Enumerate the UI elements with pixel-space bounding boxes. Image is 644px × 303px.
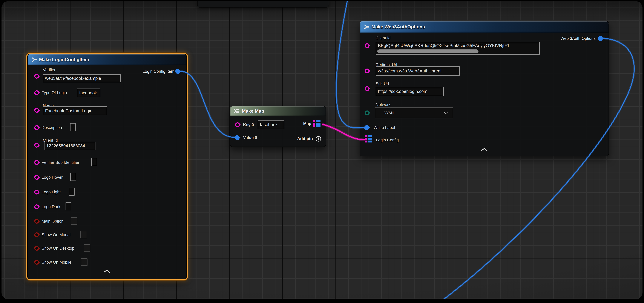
pin-label-client-id: Client Id — [376, 36, 390, 40]
node-make-web3authoptions[interactable]: Make Web3AuthOptions Web 3Auth Options C… — [360, 21, 609, 156]
wire-map-to-login-config[interactable] — [322, 124, 365, 140]
redirect-url-field[interactable]: w3a://com.w3a.Web3AuthUnreal — [376, 66, 460, 76]
node-make-loginconfigitem[interactable]: Make LoginConfigItem Login Config Item V… — [27, 54, 187, 280]
pin-label-logo-dark: Logo Dark — [42, 204, 60, 209]
pin-show-on-mobile[interactable] — [34, 260, 39, 265]
node-title: Make Map — [242, 108, 264, 114]
pin-logo-dark[interactable] — [34, 204, 39, 209]
logo-hover-field[interactable] — [70, 173, 76, 181]
collapse-chevron-icon[interactable] — [480, 148, 488, 152]
output-pin-label: Login Config Item — [142, 69, 174, 74]
client-id-field[interactable]: BEglQSgt4cUWcj6SKRdu5QkOXTsePmMcusG5EAoy… — [376, 42, 540, 55]
sdk-url-field[interactable]: https://sdk.openlogin.com — [376, 87, 444, 96]
node-make-map[interactable]: Make Map Key 0 facebook Map Value 0 Add … — [230, 106, 326, 147]
chevron-down-icon — [444, 112, 448, 114]
offscreen-node-edge[interactable] — [197, 1, 329, 8]
pin-main-option[interactable] — [34, 219, 39, 224]
output-pin-label: Web 3Auth Options — [560, 36, 596, 41]
verifier-field[interactable]: web3auth-facebook-example — [43, 74, 121, 82]
pin-name[interactable] — [34, 108, 39, 113]
node-title: Make Web3AuthOptions — [372, 24, 425, 30]
pin-type-of-login[interactable] — [34, 90, 39, 95]
pin-label-key-0: Key 0 — [243, 122, 254, 127]
wire-map-to-login-config-core[interactable] — [322, 124, 365, 140]
pin-verifier[interactable] — [34, 74, 39, 78]
network-dropdown-value: CYAN — [384, 111, 394, 115]
pin-label-show-on-desktop: Show On Desktop — [42, 246, 74, 251]
description-field[interactable] — [70, 123, 76, 131]
client-id-field[interactable]: 1222658941886084 — [44, 142, 96, 150]
main-option-checkbox[interactable] — [71, 217, 78, 225]
pin-label-logo-hover: Logo Hover — [42, 175, 63, 180]
pin-label-sdk-url: Sdk Url — [376, 81, 389, 86]
type-of-login-field[interactable]: facebook — [77, 88, 100, 97]
wire-loginconfigitem-to-value0-core[interactable] — [180, 71, 235, 137]
pin-network[interactable] — [365, 110, 370, 115]
pin-login-config[interactable] — [365, 136, 372, 142]
node-header[interactable]: Make Map — [230, 106, 326, 116]
show-on-modal-checkbox[interactable] — [80, 231, 87, 238]
wire-loginconfigitem-to-value0[interactable] — [180, 71, 235, 137]
pin-logo-light[interactable] — [34, 190, 39, 194]
pin-label-network: Network — [376, 102, 390, 107]
pin-redirect-url[interactable] — [365, 68, 370, 73]
pin-client-id[interactable] — [365, 43, 370, 48]
pin-verifier-sub-identifier[interactable] — [34, 160, 39, 165]
add-pin-label[interactable]: Add pin — [297, 136, 313, 141]
pin-label-main-option: Main Option — [42, 219, 64, 224]
make-struct-icon — [363, 24, 369, 30]
pin-value-0[interactable] — [235, 135, 240, 140]
name-field[interactable]: Facebook Custom Login — [43, 106, 107, 115]
pin-key-0[interactable] — [235, 122, 240, 127]
pin-white-label[interactable] — [364, 125, 369, 130]
node-title: Make LoginConfigItem — [39, 57, 89, 62]
blueprint-canvas[interactable]: Make LoginConfigItem Login Config Item V… — [2, 1, 642, 300]
add-pin-icon[interactable] — [315, 136, 322, 142]
pin-label-logo-light: Logo Light — [42, 190, 60, 194]
pin-label-type-of-login: Type Of Login — [42, 90, 67, 95]
logo-dark-field[interactable] — [66, 202, 71, 210]
pin-client-id[interactable] — [34, 143, 39, 148]
collapse-chevron-icon[interactable] — [103, 269, 111, 273]
node-header[interactable]: Make LoginConfigItem — [28, 54, 186, 65]
map-output-label: Map — [303, 121, 311, 126]
pin-label-white-label: White Label — [374, 125, 395, 130]
verifier-sub-identifier-field[interactable] — [92, 158, 97, 166]
network-dropdown[interactable]: CYAN — [375, 107, 453, 118]
pin-show-on-desktop[interactable] — [34, 246, 39, 251]
pin-description[interactable] — [34, 125, 39, 130]
pin-label-verifier-sub-identifier: Verifier Sub Identifier — [42, 160, 79, 165]
pin-label-show-on-mobile: Show On Mobile — [42, 260, 72, 265]
make-struct-icon — [31, 56, 37, 63]
show-on-desktop-checkbox[interactable] — [84, 244, 90, 252]
make-map-icon — [233, 108, 240, 114]
key-0-field[interactable]: facebook — [258, 120, 284, 129]
pin-logo-hover[interactable] — [34, 175, 39, 180]
show-on-mobile-checkbox[interactable] — [81, 258, 88, 266]
pin-label-verifier: Verifier — [43, 68, 56, 72]
pin-sdk-url[interactable] — [365, 86, 370, 91]
pin-show-on-modal[interactable] — [34, 232, 39, 237]
pin-label-show-on-modal: Show On Modal — [42, 232, 70, 237]
pin-label-login-config: Login Config — [376, 138, 399, 142]
logo-light-field[interactable] — [69, 188, 74, 196]
pin-label-value-0: Value 0 — [243, 135, 257, 140]
output-pin-login-config-item[interactable] — [175, 69, 180, 74]
pin-label-description: Description — [42, 125, 62, 130]
node-header[interactable]: Make Web3AuthOptions — [360, 21, 608, 32]
map-output-pin[interactable] — [313, 120, 320, 127]
output-pin-web3auth-options[interactable] — [598, 36, 603, 41]
field-scrollbar[interactable] — [377, 50, 478, 53]
